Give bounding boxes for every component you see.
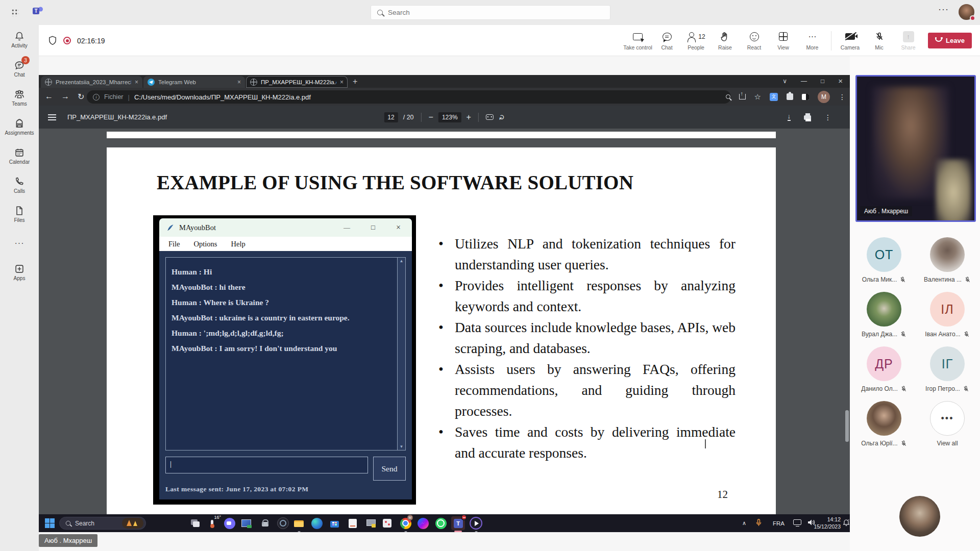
file-explorer-icon[interactable] bbox=[292, 516, 306, 530]
take-control-button[interactable]: Take control bbox=[623, 31, 652, 51]
side-panel-icon[interactable] bbox=[802, 94, 809, 100]
participant-tile[interactable]: Валентина ... bbox=[919, 237, 976, 283]
view-button[interactable]: View bbox=[769, 31, 798, 51]
browser-tab-strip: Prezentatsiia_2023_Mharrech_A. × Telegra… bbox=[39, 75, 850, 88]
self-view-video-circle[interactable] bbox=[899, 496, 940, 537]
share-page-icon[interactable] bbox=[739, 94, 746, 99]
camera-app-icon[interactable] bbox=[276, 516, 290, 530]
print-icon[interactable] bbox=[804, 115, 811, 120]
participant-tile[interactable]: ••• View all bbox=[919, 401, 976, 447]
tray-clock[interactable]: 14:12 15/12/2023 bbox=[814, 516, 841, 530]
extensions-puzzle-icon[interactable] bbox=[787, 93, 793, 100]
participant-tile[interactable]: Вурал Джа... bbox=[855, 292, 913, 338]
react-button[interactable]: React bbox=[740, 31, 769, 51]
edge-browser-icon[interactable] bbox=[310, 516, 324, 530]
translate-icon[interactable]: 文 bbox=[770, 93, 778, 101]
forward-icon[interactable]: → bbox=[61, 92, 69, 102]
sidebar-item-assignments[interactable]: Assignments bbox=[0, 112, 39, 141]
new-tab-button[interactable]: + bbox=[353, 77, 357, 86]
mic-button[interactable]: Mic bbox=[865, 31, 894, 51]
download-icon[interactable]: ↓ bbox=[788, 113, 791, 121]
browser-profile-avatar[interactable]: M bbox=[818, 91, 830, 103]
tab-close-icon[interactable]: × bbox=[237, 79, 241, 86]
lock-app-icon[interactable] bbox=[258, 516, 272, 530]
chat-message: MAyoubBot : I am sorry! I don't understa… bbox=[172, 341, 392, 356]
people-button[interactable]: 12 People bbox=[681, 31, 710, 51]
sidebar-item-chat[interactable]: 3 Chat bbox=[0, 54, 39, 83]
window-minimize-icon[interactable]: — bbox=[801, 78, 807, 85]
participant-tile[interactable]: Ольга Юрії... bbox=[855, 401, 913, 447]
snipping-tool-icon[interactable] bbox=[380, 516, 394, 530]
sidebar-item-activity[interactable]: Activity bbox=[0, 25, 39, 54]
whatsapp-icon[interactable] bbox=[434, 516, 448, 530]
user-avatar[interactable] bbox=[959, 4, 974, 20]
pdf-menu-icon[interactable] bbox=[48, 117, 56, 118]
fit-page-icon[interactable] bbox=[486, 114, 494, 120]
titlebar-more-icon[interactable]: ··· bbox=[938, 4, 949, 15]
speaker-video-tile[interactable]: Аюб . Мхарреш bbox=[855, 75, 976, 222]
leave-button[interactable]: Leave bbox=[928, 33, 972, 48]
sidebar-item-teams[interactable]: Teams bbox=[0, 83, 39, 112]
zoom-icon[interactable] bbox=[726, 94, 730, 99]
messenger-app-icon[interactable] bbox=[416, 516, 430, 530]
search-highlight-image bbox=[122, 518, 143, 529]
tray-display-icon[interactable] bbox=[793, 519, 801, 525]
sidebar-item-calls[interactable]: Calls bbox=[0, 170, 39, 199]
participant-tile[interactable]: ДР Данило Ол... bbox=[855, 346, 913, 392]
taskbar-search[interactable]: Search bbox=[59, 517, 146, 530]
start-button-icon[interactable] bbox=[45, 518, 55, 528]
pdf-content-area[interactable]: EXAMPLE OF USING THE SOFTWARE SOLUTION M… bbox=[39, 129, 850, 514]
window-chevron-icon[interactable]: ∨ bbox=[782, 78, 787, 85]
sidebar-item-apps[interactable]: Apps bbox=[0, 258, 39, 287]
browser-tab[interactable]: Telegram Web × bbox=[143, 76, 245, 88]
media-player-icon[interactable] bbox=[469, 516, 483, 530]
chrome-browser-icon[interactable]: M bbox=[399, 516, 412, 530]
tab-close-icon[interactable]: × bbox=[340, 79, 344, 86]
browser-tab[interactable]: Prezentatsiia_2023_Mharrech_A. × bbox=[41, 76, 142, 88]
zoom-in-icon[interactable]: + bbox=[467, 113, 471, 122]
remote-desktop-icon[interactable] bbox=[364, 516, 378, 530]
browser-tab[interactable]: ПР_МХАРРЕШ_КН-M222ia.e.pdf × bbox=[246, 76, 348, 88]
tab-close-icon[interactable]: × bbox=[135, 79, 138, 86]
zoom-level[interactable]: 123% bbox=[438, 112, 461, 122]
sidebar-item-calendar[interactable]: Calendar bbox=[0, 141, 39, 170]
document-app-icon[interactable] bbox=[346, 516, 359, 530]
tray-notification-bell-icon[interactable] bbox=[843, 519, 850, 529]
rotate-icon[interactable]: ↻ bbox=[498, 114, 506, 120]
participant-tile[interactable]: ІГ Ігор Петро... bbox=[919, 346, 976, 392]
tray-chevron-icon[interactable]: ∧ bbox=[742, 520, 746, 527]
chat-button[interactable]: Chat bbox=[652, 31, 681, 51]
task-view-icon[interactable] bbox=[188, 516, 202, 530]
back-icon[interactable]: ← bbox=[45, 92, 53, 102]
more-button[interactable]: ··· More bbox=[798, 31, 827, 51]
zoom-out-icon[interactable]: − bbox=[429, 113, 433, 122]
teams-taskbar-icon[interactable] bbox=[451, 516, 465, 530]
sidebar-item-more[interactable]: ··· bbox=[0, 229, 39, 258]
participant-tile[interactable]: ІЛ Іван Анато... bbox=[919, 292, 976, 338]
address-bar[interactable]: i Fichier | C:/Users/med/Downloads/ПР_МХ… bbox=[87, 90, 731, 104]
raise-hand-button[interactable]: Raise bbox=[710, 31, 740, 51]
tray-mic-icon[interactable] bbox=[755, 519, 762, 529]
teams-logo-icon: T bbox=[32, 5, 44, 19]
microsoft-store-icon[interactable] bbox=[328, 516, 341, 530]
page-number-input[interactable]: 12 bbox=[384, 112, 398, 122]
pc-app-icon[interactable] bbox=[239, 516, 253, 530]
pdf-kebab-icon[interactable]: ⋮ bbox=[824, 113, 831, 121]
weather-icon[interactable]: 16° bbox=[205, 516, 219, 530]
camera-button[interactable]: Camera bbox=[836, 31, 865, 51]
search-input[interactable] bbox=[388, 9, 582, 16]
info-icon[interactable]: i bbox=[93, 94, 100, 101]
sidebar-item-files[interactable]: Files bbox=[0, 199, 39, 229]
pdf-scrollbar-thumb[interactable] bbox=[845, 410, 849, 442]
app-launcher-icon[interactable] bbox=[11, 9, 19, 16]
tray-language[interactable]: FRA bbox=[773, 520, 785, 527]
browser-menu-kebab-icon[interactable]: ⋮ bbox=[839, 93, 846, 101]
avatar-initials: ОТ bbox=[875, 247, 894, 262]
participant-tile[interactable]: ОТ Ольга Мик... bbox=[855, 237, 913, 283]
window-close-icon[interactable]: × bbox=[838, 77, 843, 85]
teams-search-bar[interactable] bbox=[371, 5, 610, 20]
window-maximize-icon[interactable]: □ bbox=[821, 78, 824, 85]
duo-app-icon[interactable] bbox=[223, 516, 236, 530]
reload-icon[interactable]: ↻ bbox=[78, 92, 84, 102]
bookmark-star-icon[interactable]: ☆ bbox=[754, 92, 761, 102]
